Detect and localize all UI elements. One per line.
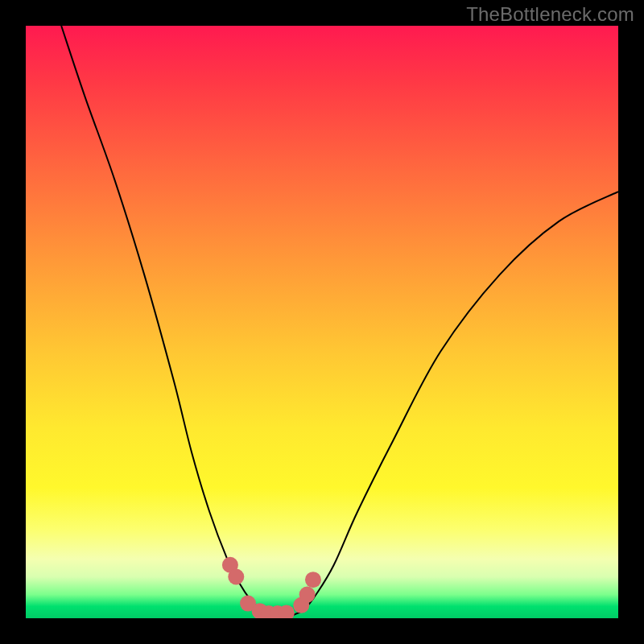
right-curve-path (292, 192, 618, 615)
valley-dot (305, 572, 321, 588)
curve-layer (26, 26, 618, 618)
left-curve-path (61, 26, 278, 615)
chart-frame: TheBottleneck.com (0, 0, 644, 644)
valley-dot (228, 568, 244, 584)
plot-area (26, 26, 618, 618)
valley-dot-group (222, 557, 321, 618)
valley-dot (299, 587, 316, 603)
watermark-text: TheBottleneck.com (466, 3, 634, 26)
